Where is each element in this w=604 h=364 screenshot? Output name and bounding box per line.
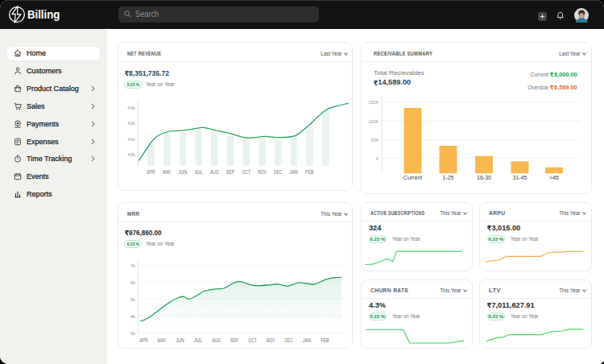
svg-text:OCT: OCT (242, 169, 250, 175)
svg-text:DEC: DEC (274, 169, 283, 175)
svg-text:APR: APR (139, 337, 148, 343)
svg-text:JUN: JUN (179, 169, 188, 175)
svg-text:JAN: JAN (290, 169, 299, 175)
svg-text:5k: 5k (130, 297, 136, 302)
svg-text:AUG: AUG (210, 169, 218, 175)
svg-text:41k: 41k (127, 137, 136, 142)
svg-text:FEB: FEB (305, 169, 313, 175)
svg-text:OCT: OCT (248, 337, 256, 343)
svg-text:42k: 42k (127, 121, 136, 126)
svg-text:MAY: MAY (158, 337, 167, 343)
svg-text:FEB: FEB (321, 337, 329, 343)
svg-text:0: 0 (375, 156, 379, 161)
svg-text:150K: 150K (368, 100, 379, 105)
svg-text:0k: 0k (130, 331, 136, 336)
svg-text:43k: 43k (127, 105, 136, 110)
svg-text:50K: 50K (370, 138, 379, 143)
svg-text:NOV: NOV (258, 169, 267, 175)
svg-text:40k: 40k (127, 152, 136, 157)
svg-text:NOV: NOV (267, 337, 275, 343)
svg-text:APR: APR (147, 169, 155, 175)
svg-text:JUL: JUL (194, 169, 203, 175)
svg-text:>45: >45 (549, 175, 559, 180)
svg-text:JUN: JUN (176, 337, 184, 343)
svg-text:16-30: 16-30 (477, 175, 491, 180)
svg-text:DEC: DEC (284, 337, 293, 343)
svg-text:JAN: JAN (303, 337, 312, 343)
svg-text:SEP: SEP (230, 337, 238, 343)
svg-text:1-25: 1-25 (442, 175, 453, 180)
svg-text:MAY: MAY (163, 169, 172, 175)
svg-text:7k: 7k (130, 263, 136, 268)
svg-text:100K: 100K (368, 119, 379, 124)
svg-text:6k: 6k (130, 280, 136, 285)
svg-text:4k: 4k (130, 314, 136, 319)
svg-text:Current: Current (403, 175, 421, 180)
svg-text:SEP: SEP (226, 169, 234, 175)
svg-text:31-45: 31-45 (512, 175, 527, 180)
svg-text:JUL: JUL (194, 337, 203, 343)
svg-text:AUG: AUG (212, 337, 220, 343)
